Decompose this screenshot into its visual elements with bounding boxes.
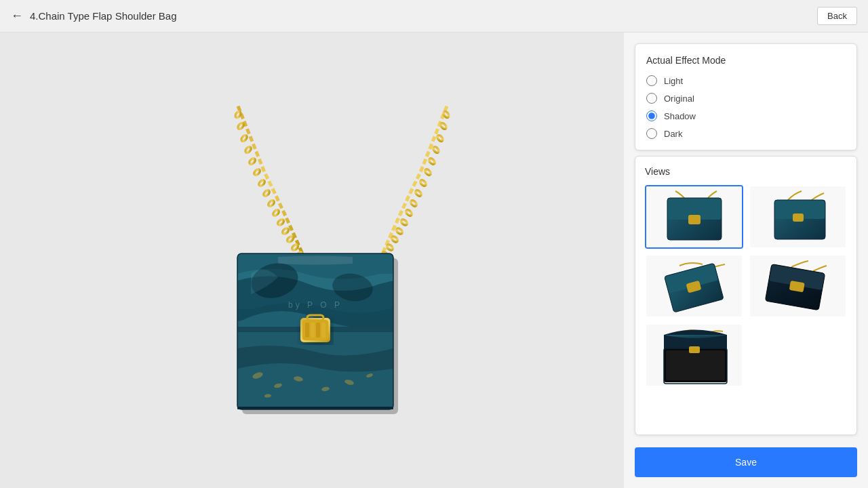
header-left: ← 4.Chain Type Flap Shoulder Bag: [11, 9, 177, 23]
effect-label-shadow: Shadow: [664, 111, 696, 121]
svg-rect-76: [666, 350, 725, 380]
product-preview: by P O P: [0, 33, 624, 488]
effect-mode-panel: Actual Effect Mode Light Original Shadow…: [635, 43, 857, 150]
svg-point-20: [391, 235, 399, 243]
effect-label-dark: Dark: [664, 129, 682, 139]
svg-point-28: [428, 157, 435, 165]
svg-point-7: [272, 209, 279, 216]
view-thumbnail-1: [646, 186, 742, 247]
svg-rect-51: [305, 323, 309, 338]
effect-radio-dark[interactable]: [646, 128, 657, 139]
svg-point-6: [277, 218, 285, 226]
svg-point-19: [386, 243, 394, 251]
svg-point-3: [291, 243, 299, 251]
svg-point-21: [395, 227, 403, 235]
svg-point-15: [237, 122, 244, 130]
effect-option-shadow[interactable]: Shadow: [646, 110, 846, 121]
svg-rect-61: [688, 215, 701, 224]
effect-label-light: Light: [664, 76, 683, 86]
effect-radio-shadow[interactable]: [646, 110, 657, 121]
svg-point-10: [258, 179, 265, 186]
effect-mode-radio-group: Light Original Shadow Dark: [646, 75, 846, 139]
bag-preview-svg: by P O P: [170, 64, 454, 457]
views-grid: [645, 185, 847, 387]
back-arrow-icon[interactable]: ←: [11, 9, 23, 23]
view-thumbnail-4: [750, 256, 846, 317]
back-button[interactable]: Back: [817, 7, 857, 25]
svg-rect-54: [321, 323, 326, 338]
svg-point-16: [235, 110, 242, 119]
header: ← 4.Chain Type Flap Shoulder Bag Back: [0, 0, 868, 33]
svg-point-24: [410, 199, 417, 207]
view-item-1[interactable]: [645, 185, 743, 249]
svg-point-13: [244, 146, 252, 154]
svg-rect-52: [311, 323, 315, 338]
svg-point-27: [424, 168, 431, 176]
svg-point-4: [286, 235, 294, 243]
right-panel: Actual Effect Mode Light Original Shadow…: [624, 33, 868, 488]
views-title: Views: [645, 166, 847, 177]
effect-mode-title: Actual Effect Mode: [646, 55, 846, 66]
svg-point-12: [248, 157, 256, 165]
svg-point-26: [419, 179, 427, 186]
svg-point-23: [405, 209, 412, 216]
effect-option-original[interactable]: Original: [646, 93, 846, 104]
svg-point-14: [240, 134, 248, 142]
save-section: Save: [624, 441, 868, 488]
page-title: 4.Chain Type Flap Shoulder Bag: [30, 10, 177, 22]
svg-point-31: [439, 122, 447, 130]
svg-point-8: [267, 199, 275, 207]
main-content: by P O P Actual Effect Mode Light Origin…: [0, 33, 868, 488]
svg-point-22: [400, 218, 408, 226]
svg-point-25: [414, 189, 422, 197]
svg-point-5: [281, 227, 290, 235]
view-item-4[interactable]: [749, 254, 847, 318]
effect-radio-original[interactable]: [646, 93, 657, 104]
svg-rect-78: [689, 346, 700, 353]
svg-point-30: [436, 134, 443, 142]
save-button[interactable]: Save: [635, 447, 857, 477]
svg-rect-65: [793, 214, 804, 222]
effect-option-light[interactable]: Light: [646, 75, 846, 86]
effect-label-original: Original: [664, 94, 694, 104]
svg-rect-53: [316, 323, 320, 338]
svg-point-9: [262, 189, 270, 197]
view-thumbnail-3: [646, 256, 742, 317]
view-item-5[interactable]: [645, 323, 743, 387]
view-item-3[interactable]: [645, 254, 743, 318]
svg-point-11: [253, 168, 260, 176]
effect-option-dark[interactable]: Dark: [646, 128, 846, 139]
effect-radio-light[interactable]: [646, 75, 657, 86]
views-panel: Views: [635, 156, 857, 435]
svg-text:by P O P: by P O P: [288, 300, 342, 310]
svg-point-29: [432, 146, 439, 154]
view-item-2[interactable]: [749, 185, 847, 249]
view-thumbnail-2: [750, 186, 846, 247]
view-thumbnail-5: [646, 325, 742, 386]
